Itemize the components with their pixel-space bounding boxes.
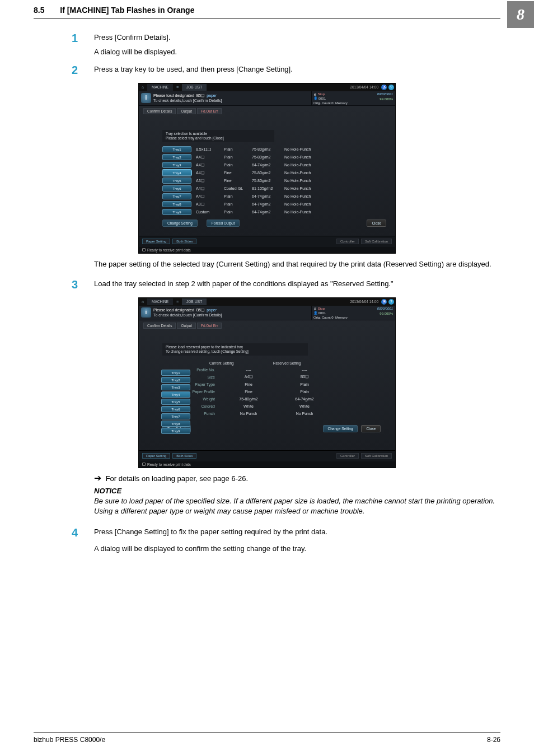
accessibility-icon[interactable]: ♿: [381, 299, 387, 305]
tray-button[interactable]: Tray1: [161, 370, 190, 376]
status-pane: 🖨 Stop 0000/0001 👤 0001 Orig. Count 0 Me…: [311, 91, 395, 105]
tray-button[interactable]: Tray7: [161, 413, 190, 419]
tray-button[interactable]: Tray1: [162, 146, 191, 152]
help-icon[interactable]: ?: [388, 85, 394, 90]
machine-panel-screenshot-2: ⌂ MACHINE ≡ JOB LIST 2013/04/04 14:00 ♿ …: [138, 297, 396, 468]
home-icon[interactable]: ⌂: [139, 85, 147, 89]
chapter-badge: 8: [507, 1, 534, 28]
change-setting-button[interactable]: Change Setting: [162, 220, 198, 227]
bottom-both-sides[interactable]: Both Sides: [172, 453, 196, 459]
bottom-paper-setting[interactable]: Paper Setting: [142, 239, 170, 244]
step-number: 3: [72, 278, 94, 291]
tray-button[interactable]: Tray4: [161, 391, 190, 398]
home-icon[interactable]: ⌂: [139, 300, 147, 304]
subtab-output[interactable]: Output: [177, 323, 196, 329]
bottom-soft-calib[interactable]: Soft Calibration: [361, 239, 392, 244]
status-pane: 🖨 Stop 0000/0001 👤 0001 Orig. Count 0 Me…: [311, 306, 395, 320]
tray-button[interactable]: Tray9: [161, 428, 190, 434]
section-header: 8.5 If [MACHINE] Tab Flashes in Orange 8: [34, 6, 500, 18]
ready-label: Ready to receive print data: [147, 463, 191, 466]
tray-button[interactable]: Tray8: [162, 201, 191, 207]
lock-icon: [142, 463, 146, 466]
notice-body: Be sure to load paper of the specified s…: [94, 496, 500, 516]
subtab-fdout-err[interactable]: Fd.Out Err: [197, 323, 222, 329]
step-1: 1 Press [Confirm Details]. A dialog will…: [72, 32, 500, 60]
step-text: A dialog will be displayed.: [94, 46, 177, 58]
step-2-after-text: The paper setting of the selected tray (…: [94, 259, 500, 270]
subtab-fdout-err[interactable]: Fd.Out Err: [197, 108, 222, 114]
info-icon: i: [141, 307, 151, 318]
step-text: Press a tray key to be used, and then pr…: [94, 64, 293, 75]
tray-button[interactable]: Tray5: [161, 399, 190, 405]
subtab-confirm[interactable]: Confirm Details: [143, 323, 176, 329]
tray-list: Tray18.5x11❏Plain75-80g/m2No Hole-Punch …: [162, 146, 392, 216]
ready-label: Ready to receive print data: [147, 248, 191, 252]
info-message: Please load designated B5❏ paper To chec…: [153, 306, 311, 320]
tray-button[interactable]: Tray3: [161, 384, 190, 390]
tab-joblist[interactable]: JOB LIST: [182, 84, 207, 91]
tray-button[interactable]: Tray2: [161, 377, 190, 383]
tray-button[interactable]: Tray6: [162, 185, 191, 192]
tray-button[interactable]: Tray7: [162, 193, 191, 199]
bottom-controller[interactable]: Controller: [336, 239, 359, 244]
setting-compare-table: Profile No.-------- SizeA4❏B5❏ Paper Typ…: [162, 366, 392, 417]
forced-output-button[interactable]: Forced Output: [207, 220, 240, 227]
tray-list: Tray1 Tray2 Tray3 Tray4 Tray5 Tray6 Tray…: [161, 368, 190, 435]
tray-button[interactable]: Tray9: [162, 209, 191, 215]
lock-icon: [142, 248, 146, 251]
reserved-setting-header: Reserved Setting: [273, 361, 301, 365]
tab-machine[interactable]: MACHINE: [147, 84, 173, 91]
section-title: If [MACHINE] Tab Flashes in Orange: [60, 6, 194, 15]
tray-button[interactable]: Tray8: [161, 421, 190, 427]
tray-button[interactable]: Tray2: [162, 154, 191, 160]
step-4: 4 Press [Change Setting] to fix the pape…: [72, 526, 500, 557]
close-button[interactable]: Close: [367, 220, 386, 227]
footer-left: bizhub PRESS C8000/e: [34, 736, 105, 744]
clock-label: 2013/04/04 14:00: [350, 85, 378, 89]
page-footer: bizhub PRESS C8000/e 8-26: [34, 732, 500, 744]
step-number: 2: [72, 64, 94, 77]
arrow-icon: ➔: [94, 473, 101, 483]
list-icon[interactable]: ≡: [174, 85, 181, 89]
step-text: A dialog will be displayed to confirm th…: [94, 543, 327, 554]
tray-button[interactable]: Tray3: [162, 162, 191, 168]
machine-panel-screenshot-1: ⌂ MACHINE ≡ JOB LIST 2013/04/04 14:00 ♿ …: [138, 83, 396, 254]
footer-right: 8-26: [487, 736, 500, 744]
step-text: Load the tray selected in step 2 with pa…: [94, 278, 394, 290]
bottom-paper-setting[interactable]: Paper Setting: [142, 453, 170, 459]
current-setting-header: Current Setting: [209, 361, 234, 365]
close-button[interactable]: Close: [361, 425, 381, 432]
info-icon: i: [141, 93, 151, 103]
bottom-both-sides[interactable]: Both Sides: [172, 239, 196, 244]
step-number: 4: [72, 526, 94, 539]
help-icon[interactable]: ?: [388, 299, 394, 305]
bottom-controller[interactable]: Controller: [336, 453, 359, 459]
tab-machine[interactable]: MACHINE: [147, 298, 173, 305]
dialog-hint: Please load reserved paper to the indica…: [162, 343, 308, 356]
info-message: Please load designated B5❏ paper To chec…: [153, 91, 311, 105]
tray-button[interactable]: Tray6: [161, 406, 190, 412]
notice-heading: NOTICE: [94, 487, 500, 495]
tab-joblist[interactable]: JOB LIST: [182, 298, 207, 305]
step-2: 2 Press a tray key to be used, and then …: [72, 64, 500, 78]
list-icon[interactable]: ≡: [174, 300, 181, 304]
clock-label: 2013/04/04 14:00: [350, 300, 378, 304]
bottom-soft-calib[interactable]: Soft Calibration: [361, 453, 392, 459]
dialog-hint: Tray selection is available Please selec…: [162, 130, 274, 142]
step-text: Press [Confirm Details].: [94, 32, 177, 43]
cross-ref-line: ➔ For details on loading paper, see page…: [94, 473, 500, 483]
accessibility-icon[interactable]: ♿: [381, 85, 387, 90]
tray-button[interactable]: Tray5: [162, 178, 191, 184]
step-text: Press [Change Setting] to fix the paper …: [94, 526, 327, 538]
section-number: 8.5: [34, 6, 44, 15]
subtab-output[interactable]: Output: [177, 108, 196, 114]
step-number: 1: [72, 32, 94, 45]
step-3: 3 Load the tray selected in step 2 with …: [72, 278, 500, 293]
subtab-confirm[interactable]: Confirm Details: [143, 108, 176, 114]
change-setting-button[interactable]: Change Setting: [323, 425, 358, 432]
tray-button[interactable]: Tray4: [162, 170, 191, 176]
